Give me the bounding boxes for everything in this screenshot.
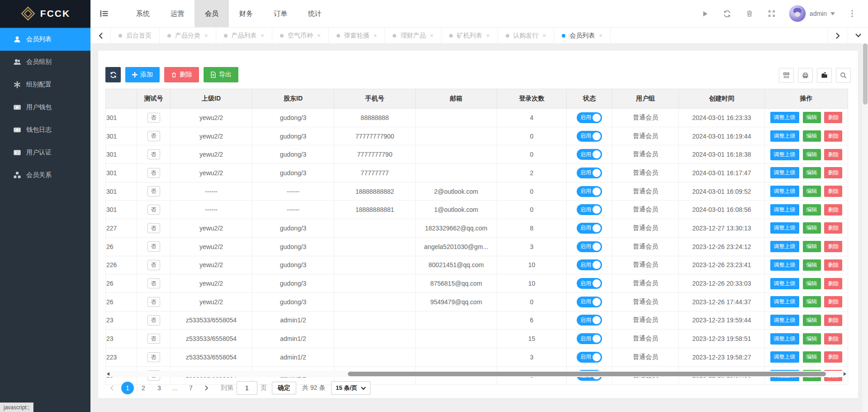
nav-item-finance[interactable]: 财务: [229, 0, 263, 27]
adjust-parent-button[interactable]: 调整上级: [770, 149, 799, 160]
tab-close-icon[interactable]: ×: [317, 33, 321, 38]
status-toggle[interactable]: 启用: [577, 259, 602, 270]
edit-button[interactable]: 编辑: [803, 296, 821, 307]
tabs-scroll-left-icon[interactable]: [90, 28, 111, 43]
tab-close-icon[interactable]: ×: [204, 33, 208, 38]
tabs-menu-icon[interactable]: [848, 28, 868, 43]
adjust-parent-button[interactable]: 调整上级: [770, 204, 799, 216]
table-row[interactable]: 227 否 yewu2/2 gudong/3 1823329662@qq.com…: [106, 219, 848, 238]
adjust-parent-button[interactable]: 调整上级: [770, 222, 799, 234]
sidebar-item-member-list[interactable]: 会员列表: [0, 28, 90, 51]
tab-product-category[interactable]: 产品分类 ×: [160, 28, 216, 43]
delete-row-button[interactable]: 删除: [824, 259, 842, 271]
tab-member-list[interactable]: 会员列表 ×: [554, 28, 611, 43]
col-created[interactable]: 创建时间: [679, 89, 765, 109]
page-1[interactable]: 1: [121, 382, 134, 394]
status-toggle[interactable]: 启用: [577, 223, 602, 234]
adjust-parent-button[interactable]: 调整上级: [770, 186, 799, 197]
status-toggle[interactable]: 启用: [577, 241, 602, 252]
delete-button[interactable]: 删除: [164, 67, 199, 82]
search-icon[interactable]: [836, 68, 851, 83]
per-page-select[interactable]: 15 条/页: [331, 381, 370, 395]
edit-button[interactable]: 编辑: [803, 241, 821, 252]
horizontal-scrollbar[interactable]: [105, 371, 848, 377]
play-icon[interactable]: [700, 9, 710, 19]
tab-close-icon[interactable]: ×: [543, 33, 546, 38]
status-toggle[interactable]: 启用: [577, 131, 602, 142]
delete-row-button[interactable]: 删除: [824, 241, 842, 252]
table-row[interactable]: 223 否 z533533/6558054 admin1/2 3 启用 普通会员…: [106, 348, 848, 366]
delete-row-button[interactable]: 删除: [824, 167, 842, 178]
adjust-parent-button[interactable]: 调整上级: [770, 296, 799, 307]
delete-row-button[interactable]: 删除: [824, 112, 842, 123]
avatar[interactable]: [789, 5, 806, 22]
status-toggle[interactable]: 启用: [577, 149, 602, 160]
edit-button[interactable]: 编辑: [803, 130, 821, 142]
tab-close-icon[interactable]: ×: [374, 33, 377, 38]
edit-button[interactable]: 编辑: [803, 186, 821, 197]
edit-button[interactable]: 编辑: [803, 333, 821, 345]
trash-icon[interactable]: [745, 9, 754, 19]
delete-row-button[interactable]: 删除: [824, 333, 842, 345]
tabs-scroll-right-icon[interactable]: [827, 28, 848, 43]
table-row[interactable]: 301 否 ------ ------ 18888888881 1@outloo…: [106, 201, 848, 219]
edit-button[interactable]: 编辑: [803, 204, 821, 216]
goto-page-input[interactable]: [237, 381, 257, 395]
vertical-scrollbar[interactable]: [863, 43, 868, 412]
adjust-parent-button[interactable]: 调整上级: [770, 259, 799, 271]
adjust-parent-button[interactable]: 调整上级: [770, 241, 799, 252]
table-row[interactable]: 226 否 yewu2/2 gudong/3 80021451@qq.com 1…: [106, 256, 848, 274]
sidebar-item-user-auth[interactable]: 用户认证: [0, 141, 90, 164]
sidebar-item-member-relations[interactable]: 会员关系: [0, 164, 90, 187]
col-parent[interactable]: 上级ID: [171, 89, 252, 109]
delete-row-button[interactable]: 删除: [824, 204, 842, 216]
status-toggle[interactable]: 启用: [577, 297, 602, 307]
export-button[interactable]: 导出: [204, 67, 238, 82]
status-toggle[interactable]: 启用: [577, 186, 602, 197]
adjust-parent-button[interactable]: 调整上级: [770, 167, 799, 178]
vscroll-thumb[interactable]: [863, 43, 868, 105]
hscroll-thumb[interactable]: [348, 372, 826, 376]
delete-row-button[interactable]: 删除: [824, 149, 842, 160]
page-3[interactable]: 3: [153, 382, 166, 394]
status-toggle[interactable]: 启用: [577, 204, 602, 215]
col-actions[interactable]: 操作: [765, 89, 848, 109]
delete-row-button[interactable]: 删除: [824, 130, 842, 142]
tab-product-list[interactable]: 产品列表 ×: [216, 28, 273, 43]
add-button[interactable]: 添加: [125, 67, 160, 82]
tab-popup-carousel[interactable]: 弹窗轮播 ×: [329, 28, 385, 43]
tab-air-coin[interactable]: 空气币种 ×: [272, 28, 329, 43]
table-row[interactable]: 301 否 yewu2/2 gudong/3 88888888 4 启用 普通会…: [106, 109, 848, 127]
status-toggle[interactable]: 启用: [577, 333, 602, 344]
col-test[interactable]: 测试号: [137, 89, 171, 109]
col-group[interactable]: 用户组: [612, 89, 679, 109]
col-status[interactable]: 状态: [567, 89, 612, 109]
edit-button[interactable]: 编辑: [803, 222, 821, 234]
col-id[interactable]: [106, 89, 137, 109]
refresh-icon[interactable]: [722, 9, 732, 19]
delete-row-button[interactable]: 删除: [824, 296, 842, 307]
col-email[interactable]: 邮箱: [416, 89, 497, 109]
col-phone[interactable]: 手机号: [334, 89, 416, 109]
tab-close-icon[interactable]: ×: [599, 33, 602, 38]
tab-dashboard[interactable]: 后台首页: [111, 28, 160, 43]
edit-button[interactable]: 编辑: [803, 167, 821, 178]
sidebar-item-wallet-log[interactable]: 钱包日志: [0, 119, 90, 141]
nav-item-operations[interactable]: 运营: [160, 0, 194, 27]
edit-button[interactable]: 编辑: [803, 259, 821, 271]
adjust-parent-button[interactable]: 调整上级: [770, 278, 799, 289]
edit-button[interactable]: 编辑: [803, 315, 821, 326]
edit-button[interactable]: 编辑: [803, 278, 821, 289]
sidebar-item-group-config[interactable]: 组别配置: [0, 73, 90, 96]
adjust-parent-button[interactable]: 调整上级: [770, 112, 799, 123]
nav-item-orders[interactable]: 订单: [263, 0, 298, 27]
edit-button[interactable]: 编辑: [803, 112, 821, 123]
prev-page-icon[interactable]: [105, 382, 118, 394]
tab-close-icon[interactable]: ×: [486, 33, 490, 38]
status-toggle[interactable]: 启用: [577, 112, 602, 123]
nav-item-system[interactable]: 系统: [126, 0, 160, 27]
table-row[interactable]: 26 否 yewu2/2 gudong/3 8756815@qq.com 10 …: [106, 274, 848, 293]
page-7[interactable]: 7: [185, 382, 197, 394]
delete-row-button[interactable]: 删除: [824, 186, 842, 197]
tab-close-icon[interactable]: ×: [430, 33, 433, 38]
